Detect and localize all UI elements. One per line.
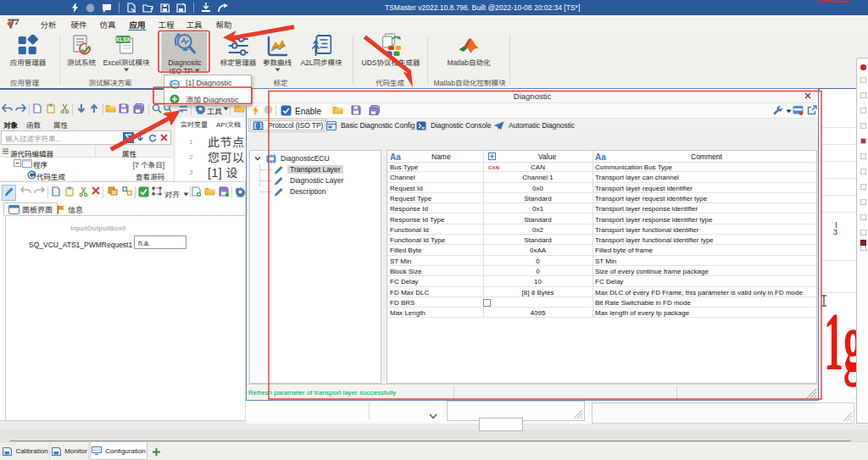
filter-refresh-button[interactable] (147, 132, 158, 143)
ribbon-button-excel-test-module[interactable]: XLSXExcel测试模块 (103, 32, 150, 72)
expander-minus-icon[interactable] (14, 159, 21, 167)
grid-row[interactable]: FD Max DLC[8] 8 BytesMax DLC of every FD… (387, 287, 816, 297)
tools-menu-label[interactable]: 工具 (207, 106, 222, 117)
resize-grip[interactable] (806, 388, 817, 399)
open-folder-white-icon[interactable] (142, 3, 153, 13)
grid-col-name[interactable]: Name (431, 152, 451, 161)
grid-row[interactable]: Functional Id TypeStandardTransport laye… (387, 235, 816, 245)
new-doc-icon[interactable] (33, 103, 42, 114)
strip-icon[interactable] (860, 214, 866, 220)
ribbon-button-a2l-sync-module[interactable]: A2L同步模块 (300, 32, 342, 67)
grid-row[interactable]: Bus TypeCANCANCommunication Bus Type (387, 162, 816, 172)
new-doc-icon-2[interactable] (52, 186, 60, 197)
external-link-icon[interactable] (807, 105, 817, 115)
grid-row[interactable]: Request TypeStandardTransport layer requ… (387, 193, 816, 203)
strip-icon[interactable] (860, 230, 866, 236)
save-white-icon[interactable] (160, 3, 170, 13)
filter-input[interactable]: 输入过滤字符串... (1, 130, 171, 145)
grid-row[interactable]: Filled Byte0xAAFilled byte of frame (387, 245, 816, 255)
align-icon[interactable] (152, 186, 162, 196)
cut-icon-2[interactable] (79, 186, 88, 197)
delete-icon[interactable] (92, 186, 100, 195)
strip-icon[interactable] (860, 138, 866, 144)
paste-icon[interactable] (47, 103, 55, 114)
chevron-down-icon[interactable] (254, 156, 261, 161)
dialog-tab-automatic-diagnostic[interactable]: Automatic Diagnostic (490, 119, 578, 132)
object-tree-row[interactable]: 代码生成查看源码 (0, 169, 173, 181)
grid-row[interactable]: Response Id0x1Transport layer response i… (387, 203, 816, 213)
dialog-close-button[interactable] (804, 92, 811, 99)
menu-tab-hardware[interactable]: 硬件 (70, 19, 86, 30)
dialog-tab-protocol-iso-tp[interactable]: Protocol (ISO TP) (248, 119, 327, 132)
strip-icon[interactable] (860, 123, 866, 129)
grid-row[interactable]: ST Min0ST Min (387, 256, 816, 266)
left-panel-tab-objects[interactable]: 对象 (0, 119, 21, 130)
enable-checkbox-icon[interactable] (281, 105, 292, 116)
grid-row[interactable]: Request Id0x0Transport layer request ide… (387, 183, 816, 193)
strip-icon[interactable] (860, 199, 866, 205)
open-folder-icon[interactable] (332, 105, 343, 114)
left-panel-tab-properties[interactable]: 属性 (50, 119, 71, 130)
object-tree-row[interactable]: 程序[7 个条目] (0, 158, 173, 169)
wrench-icon[interactable] (773, 105, 783, 115)
strip-icon[interactable] (860, 92, 866, 98)
grid-row[interactable]: Response Id TypeStandardTransport layer … (387, 214, 816, 224)
ribbon-button-diagnostic-iso-tp[interactable]: DiagnositcISO TP (168, 32, 202, 75)
dialog-tab-basic-diagnostic-config[interactable]: Basic Diagnostic Config (323, 119, 418, 132)
ribbon-button-test-system[interactable]: 测试系统 (67, 32, 96, 67)
back-icon[interactable] (2, 103, 13, 113)
ribbon-button-uds-generator[interactable]: UDS协议栈生成器 (362, 32, 420, 67)
add-page-icon[interactable] (192, 186, 201, 197)
lightning-icon[interactable] (71, 3, 79, 13)
grid-row[interactable]: FD BRSBit Rate Switchable in FD mode (387, 297, 816, 308)
import-icon[interactable] (201, 3, 211, 13)
dialog-tab-diagnostic-console[interactable]: Diagnostic Console (413, 119, 494, 132)
caret-down-icon[interactable] (786, 109, 792, 114)
check-box-icon[interactable] (138, 186, 149, 197)
paste-icon-2[interactable] (65, 186, 74, 197)
ribbon-button-app-manager[interactable]: 应用管理器 (10, 32, 47, 67)
strip-icon[interactable] (860, 77, 866, 83)
down-arrow-icon[interactable] (77, 103, 86, 114)
filter-sigma-button[interactable] (123, 132, 134, 143)
grid-row[interactable]: Block Size0Size of every continue frame … (387, 266, 816, 276)
chevron-down-icon[interactable] (429, 413, 437, 419)
dialog-title-bar[interactable]: Diagnostic (247, 89, 818, 103)
left-panel-tab-functions[interactable]: 函数 (23, 119, 44, 130)
save-all-icon[interactable] (369, 105, 380, 115)
export-icon[interactable] (218, 3, 229, 13)
filter-down-button[interactable] (135, 132, 146, 143)
menu-item-add-diagnostic[interactable]: 添加 Diagnostic (164, 91, 251, 107)
grid-row[interactable]: FC Delay10FC Delay (387, 276, 816, 286)
gear-icon-2[interactable] (235, 186, 246, 197)
strip-icon[interactable] (860, 245, 866, 251)
grid-row[interactable]: Max Length4095Max length of every tp pac… (387, 308, 816, 318)
record-circle-icon[interactable] (264, 105, 273, 114)
strip-icon[interactable] (860, 108, 866, 114)
strip-icon[interactable] (860, 240, 866, 246)
zoom-icon[interactable] (152, 103, 162, 114)
cut-icon[interactable] (60, 103, 70, 114)
record-circle-icon[interactable] (86, 3, 95, 13)
save-green-icon[interactable] (219, 186, 229, 197)
pen-icon[interactable] (3, 186, 14, 197)
up-arrow-icon[interactable] (90, 103, 98, 114)
signal-value-input[interactable]: n.a. (134, 236, 186, 249)
undo-icon[interactable] (20, 186, 31, 195)
panel-tab-panel-ui[interactable]: 面板界面 (3, 202, 58, 216)
strip-icon[interactable] (860, 153, 866, 159)
editor-tab-api-docs[interactable]: API文档 (216, 119, 241, 130)
grid-row[interactable]: Functional Id0x2Transport layer function… (387, 224, 816, 235)
menu-tab-project[interactable]: 工程 (158, 19, 174, 30)
ungroup-icon[interactable] (122, 186, 132, 196)
menu-tab-analysis[interactable]: 分析 (40, 19, 56, 30)
menu-item-diagnostic-1[interactable]: [1] Diagnostic (164, 76, 251, 91)
chat-icon[interactable] (102, 3, 112, 13)
menu-tab-simulation[interactable]: 仿真 (99, 19, 115, 30)
workspace-tab-calibration[interactable]: Calibration (2, 442, 50, 460)
group-icon[interactable] (108, 186, 118, 196)
new-file-icon[interactable] (126, 3, 136, 13)
open-folder-icon-2[interactable] (204, 186, 215, 196)
open-folder-icon[interactable] (105, 103, 116, 113)
redo-icon[interactable] (34, 186, 45, 195)
